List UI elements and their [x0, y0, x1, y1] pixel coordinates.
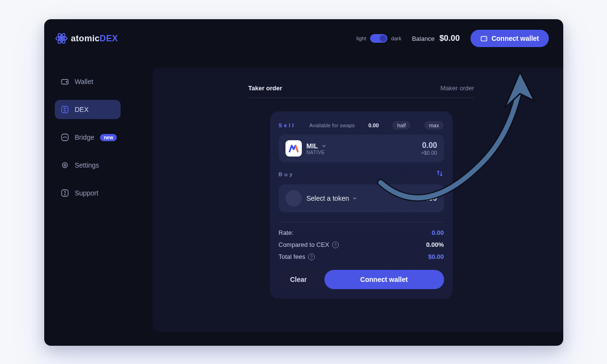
help-icon[interactable]: ?: [308, 254, 315, 260]
svg-rect-4: [481, 36, 487, 41]
sidebar-item-label: Support: [75, 189, 99, 197]
wallet-icon: [61, 77, 69, 86]
theme-switch[interactable]: light dark: [357, 34, 402, 43]
sell-amount-fiat: ≈$0.00: [421, 150, 437, 156]
theme-dark-label: dark: [391, 36, 401, 41]
tab-maker[interactable]: Maker order: [440, 85, 474, 92]
new-badge: new: [100, 134, 117, 141]
brand-text-2: DEX: [99, 34, 118, 43]
rate-label: Rate:: [279, 229, 294, 236]
max-chip[interactable]: max: [424, 121, 444, 130]
cex-row: Compared to CEX ? 0.00%: [279, 241, 444, 248]
sell-label: Sell: [279, 122, 296, 128]
sidebar-item-label: Bridge: [75, 133, 94, 141]
cex-value: 0.00%: [426, 241, 444, 248]
buy-token-row: Select a token 0.00: [279, 184, 444, 212]
logo[interactable]: atomicDEX: [55, 32, 118, 45]
chevron-down-icon: [321, 143, 327, 149]
toggle-knob: [380, 35, 386, 42]
buy-select-label: Select a token: [307, 194, 349, 202]
body: Wallet DEX Bridge new: [44, 58, 563, 346]
sell-header: Sell Available for swaps 0.00 half max: [279, 121, 444, 130]
fees-label: Total fees: [279, 253, 306, 260]
sidebar-item-support[interactable]: Support: [55, 183, 121, 203]
balance-value: $0.00: [439, 34, 460, 43]
sidebar-item-label: DEX: [75, 106, 89, 113]
support-icon: [61, 189, 69, 197]
available-value: 0.00: [369, 122, 379, 128]
svg-point-9: [62, 163, 67, 168]
chevron-down-icon: [352, 195, 358, 201]
main-panel: Taker order Maker order Sell Available f…: [152, 67, 563, 332]
available-label: Available for swaps: [310, 122, 355, 128]
balance-label: Balance: [412, 35, 434, 42]
header: atomicDEX light dark Balance $0.00 Conne…: [44, 19, 563, 58]
help-icon[interactable]: ?: [332, 242, 339, 248]
svg-rect-7: [62, 106, 68, 113]
theme-toggle[interactable]: [370, 34, 387, 43]
gear-icon: [61, 161, 69, 170]
sidebar: Wallet DEX Bridge new: [44, 58, 128, 346]
sell-token-symbol: MIL: [307, 142, 318, 150]
connect-wallet-button[interactable]: Connect wallet: [471, 30, 549, 47]
balance: Balance $0.00: [412, 34, 460, 43]
connect-wallet-main-button[interactable]: Connect wallet: [324, 270, 444, 289]
sidebar-item-wallet[interactable]: Wallet: [55, 72, 121, 91]
sell-token-row: MIL NATIVE 0.00 ≈$0.00: [279, 134, 444, 162]
order-tabs: Taker order Maker order: [248, 85, 474, 98]
sell-token-selector[interactable]: MIL NATIVE: [285, 140, 327, 157]
buy-token-selector[interactable]: Select a token: [285, 190, 358, 206]
sidebar-item-label: Wallet: [75, 78, 93, 85]
clear-button[interactable]: Clear: [279, 270, 319, 289]
action-row: Clear Connect wallet: [279, 270, 444, 289]
bridge-icon: [61, 133, 69, 142]
divider: [279, 222, 444, 222]
sell-amount[interactable]: 0.00: [421, 141, 437, 150]
svg-rect-8: [62, 134, 68, 141]
svg-point-12: [64, 194, 65, 195]
main: Taker order Maker order Sell Available f…: [128, 58, 563, 346]
half-chip[interactable]: half: [392, 121, 410, 130]
theme-light-label: light: [357, 36, 366, 41]
tab-taker[interactable]: Taker order: [248, 85, 283, 92]
connect-wallet-label: Connect wallet: [492, 35, 539, 42]
svg-point-10: [64, 164, 66, 166]
sidebar-item-dex[interactable]: DEX: [55, 100, 121, 119]
fees-value: $0.00: [428, 253, 444, 260]
atom-icon: [55, 32, 68, 45]
rate-row: Rate: 0.00: [279, 229, 444, 236]
rate-value: 0.00: [432, 229, 444, 236]
fees-row: Total fees ? $0.00: [279, 253, 444, 260]
swap-direction-button[interactable]: [435, 169, 444, 180]
header-right: light dark Balance $0.00 Connect wallet: [357, 30, 549, 47]
buy-label: Buy: [279, 171, 295, 177]
sidebar-item-label: Settings: [75, 161, 99, 169]
mil-token-icon: [285, 140, 302, 157]
swap-card: Sell Available for swaps 0.00 half max: [270, 111, 453, 299]
wallet-connect-icon: [480, 35, 488, 42]
cex-label: Compared to CEX: [279, 241, 330, 248]
sell-token-sub: NATIVE: [307, 150, 327, 155]
app-window: atomicDEX light dark Balance $0.00 Conne…: [44, 19, 563, 346]
sidebar-item-bridge[interactable]: Bridge new: [55, 128, 121, 147]
dex-icon: [61, 105, 69, 114]
sidebar-item-settings[interactable]: Settings: [55, 156, 121, 175]
svg-point-0: [60, 37, 62, 40]
brand-text-1: atomic: [71, 34, 100, 43]
buy-amount[interactable]: 0.00: [422, 194, 437, 203]
empty-token-icon: [285, 190, 302, 206]
svg-point-6: [66, 81, 67, 82]
buy-header: Buy: [279, 169, 444, 180]
